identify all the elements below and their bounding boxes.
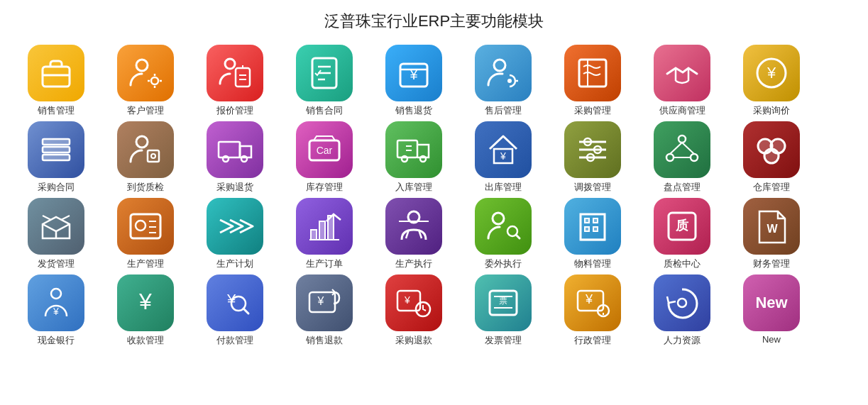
module-label-cqgl: 采购管理 (574, 104, 611, 117)
module-icon-rkgl (385, 121, 442, 178)
module-label-pdgl: 盘点管理 (664, 181, 701, 194)
module-icon-xstkk: ¥ (296, 274, 353, 331)
module-cwgl[interactable]: W财务管理 (730, 198, 813, 270)
module-rlzy[interactable]: 人力资源 (640, 274, 724, 347)
modules-grid: 销售管理客户管理报价管理销售合同¥销售退货售后管理采购管理供应商管理¥采购询价采… (14, 45, 854, 347)
module-xsgl[interactable]: 销售管理 (14, 45, 98, 117)
module-scgl[interactable]: 生产管理 (104, 198, 187, 270)
module-icon-xjyh: ¥ (28, 274, 84, 331)
module-xstkk[interactable]: ¥销售退款 (282, 274, 366, 347)
svg-rect-28 (43, 155, 70, 160)
module-xsth[interactable]: ¥销售退货 (372, 45, 456, 117)
svg-point-33 (223, 156, 229, 162)
svg-point-8 (225, 59, 235, 69)
svg-point-39 (402, 156, 407, 162)
module-khgl[interactable]: 客户管理 (104, 45, 187, 117)
module-cqtk[interactable]: ¥采购退款 (372, 274, 456, 347)
module-label-xsth: 销售退货 (395, 104, 432, 117)
module-new[interactable]: NewNew (730, 274, 813, 347)
module-icon-cqgl (564, 45, 621, 101)
module-dbgl[interactable]: 调拨管理 (551, 121, 634, 194)
module-label-khgl: 客户管理 (127, 104, 164, 117)
module-icon-bjgl (207, 45, 263, 101)
module-label-cqtk: 采购退款 (395, 334, 432, 347)
module-label-cwgl: 财务管理 (753, 257, 790, 270)
svg-point-34 (241, 156, 247, 162)
module-icon-rlzy (654, 274, 710, 331)
module-icon-cqht (28, 121, 84, 178)
svg-line-55 (682, 143, 694, 154)
svg-rect-76 (585, 218, 589, 223)
module-label-zjzx: 质检中心 (664, 257, 701, 270)
svg-text:¥: ¥ (404, 294, 410, 306)
module-scdd[interactable]: 生产订单 (282, 198, 366, 270)
svg-text:New: New (755, 294, 788, 311)
svg-point-22 (507, 79, 512, 83)
module-xsht[interactable]: 销售合同 (282, 45, 366, 117)
svg-rect-66 (311, 230, 317, 240)
module-wlgl[interactable]: 物料管理 (551, 198, 634, 270)
module-icon-scjh (207, 198, 263, 255)
module-label-scjh: 生产计划 (216, 257, 253, 270)
module-label-rkgl: 入库管理 (395, 181, 432, 194)
module-icon-dbgl (564, 121, 621, 178)
module-label-wwxh: 委外执行 (485, 257, 522, 270)
module-zjzx[interactable]: 质质检中心 (640, 198, 724, 270)
module-cqxj[interactable]: ¥采购询价 (730, 45, 813, 117)
module-bjgl[interactable]: 报价管理 (193, 45, 277, 117)
module-shgl[interactable]: 售后管理 (461, 45, 545, 117)
module-pdgl[interactable]: 盘点管理 (640, 121, 724, 194)
module-label-cqht: 采购合同 (38, 181, 75, 194)
module-icon-cqxj: ¥ (743, 45, 800, 101)
module-kccgl[interactable]: Car库存管理 (282, 121, 366, 194)
svg-point-62 (136, 221, 145, 231)
module-icon-khgl (117, 45, 174, 101)
svg-rect-30 (148, 150, 159, 162)
svg-point-84 (51, 289, 61, 299)
svg-point-3 (151, 77, 158, 84)
module-cqth[interactable]: 采购退货 (193, 121, 277, 194)
module-fpgl[interactable]: 票发票管理 (461, 274, 545, 347)
module-icon-cwgl: W (743, 198, 800, 255)
module-icon-fpgl: 票 (475, 274, 532, 331)
svg-rect-78 (585, 227, 589, 231)
module-icon-xsht (296, 45, 353, 101)
module-cqht[interactable]: 采购合同 (14, 121, 98, 194)
module-icon-xsgl (28, 45, 84, 101)
svg-line-74 (516, 235, 520, 238)
svg-rect-32 (219, 142, 240, 157)
module-dhzj[interactable]: 到货质检 (104, 121, 187, 194)
svg-text:¥: ¥ (53, 306, 59, 317)
module-label-fkgl: 付款管理 (216, 334, 253, 347)
module-icon-scgl (117, 198, 174, 255)
module-icon-cqth (207, 121, 263, 178)
module-scxh[interactable]: 生产执行 (372, 198, 456, 270)
module-fkgl[interactable]: ¥付款管理 (193, 274, 277, 347)
module-icon-xsth: ¥ (385, 45, 442, 101)
module-icon-pdgl (654, 121, 710, 178)
module-label-xjyh: 现金银行 (38, 334, 75, 347)
module-label-cqxj: 采购询价 (753, 104, 790, 117)
module-cqgl[interactable]: 采购管理 (551, 45, 634, 117)
svg-rect-23 (579, 60, 606, 87)
module-label-gysgl: 供应商管理 (659, 104, 705, 117)
module-xjyh[interactable]: ¥现金银行 (14, 274, 98, 347)
module-xzgl[interactable]: ¥行政管理 (551, 274, 634, 347)
module-icon-ckgl: ¥ (475, 121, 532, 178)
svg-text:质: 质 (675, 218, 689, 233)
module-fhgl[interactable]: 发货管理 (14, 198, 98, 270)
module-gysgl[interactable]: 供应商管理 (640, 45, 724, 117)
module-scjh[interactable]: 生产计划 (193, 198, 277, 270)
svg-rect-77 (593, 218, 598, 223)
module-icon-fkgl: ¥ (207, 274, 263, 331)
module-ckgl[interactable]: ¥出库管理 (461, 121, 545, 194)
module-skgl[interactable]: ¥收款管理 (104, 274, 187, 347)
module-wwxh[interactable]: 委外执行 (461, 198, 545, 270)
svg-rect-38 (397, 140, 417, 157)
module-label-scxh: 生产执行 (395, 257, 432, 270)
module-ccgl[interactable]: 仓库管理 (730, 121, 813, 194)
svg-point-29 (136, 136, 148, 148)
svg-point-40 (420, 156, 426, 162)
module-rkgl[interactable]: 入库管理 (372, 121, 456, 194)
module-label-ccgl: 仓库管理 (753, 181, 790, 194)
